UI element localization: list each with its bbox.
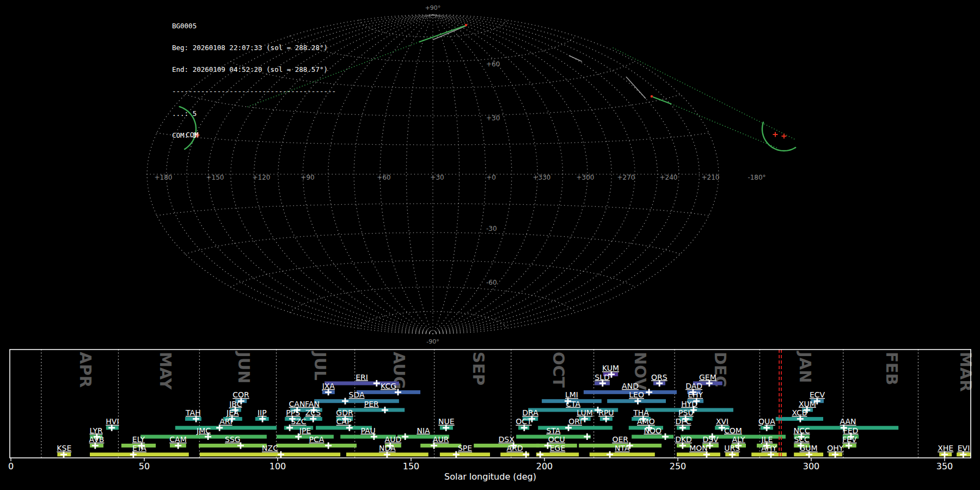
sky-longitude-label: +300 xyxy=(577,174,595,181)
shower-code-label: SSG xyxy=(225,435,241,444)
shower-code-label: KCG xyxy=(381,382,396,390)
shower-code-label: SDA xyxy=(349,390,365,399)
shower-code-label: ELY xyxy=(132,435,145,444)
shower-code-label: AUD xyxy=(385,435,402,444)
shower-peak-marker xyxy=(537,451,543,458)
shower-code-label: EGE xyxy=(550,444,566,452)
radiant-circle xyxy=(762,122,795,151)
sky-latitude-label: -30 xyxy=(486,225,497,232)
x-tick-label: 200 xyxy=(536,461,553,471)
timeline-frame xyxy=(10,350,971,458)
shower-bar xyxy=(314,399,399,403)
sky-longitude-label: +150 xyxy=(206,174,224,181)
sky-pole-label: +90° xyxy=(425,4,441,11)
shower-peak-marker xyxy=(584,433,590,440)
shower-peak-marker xyxy=(607,451,613,458)
x-tick-label: 50 xyxy=(139,461,150,471)
sky-pole-label: -90° xyxy=(426,338,439,345)
shower-code-label: COM xyxy=(724,426,742,435)
sky-grid-parallel xyxy=(231,261,635,287)
separator-line: ---------------------------------------- xyxy=(172,88,336,95)
sky-longitude-label: +0 xyxy=(486,174,496,181)
sky-grid-parallel xyxy=(185,232,680,254)
x-tick-label: 150 xyxy=(403,461,420,471)
session-begin: Beg: 20260108 22:07:33 (sol = 288.28°) xyxy=(172,44,336,51)
ecliptic-dotted-line xyxy=(613,48,796,140)
shower-code-label: JPE xyxy=(299,426,311,435)
sky-longitude-label: -180° xyxy=(748,174,765,181)
sky-longitude-label: +90 xyxy=(301,174,314,181)
radiant-cross xyxy=(773,132,778,137)
x-tick-label: 350 xyxy=(936,461,953,471)
shower-peak-marker xyxy=(402,433,408,440)
shower-peak-marker xyxy=(523,451,529,458)
x-axis-title: Solar longitude (deg) xyxy=(444,471,536,482)
shower-code-label: STA xyxy=(546,426,560,435)
station-id: BG0005 xyxy=(172,22,336,29)
shower-code-label: XHE xyxy=(938,444,953,452)
month-label: APR xyxy=(76,352,95,388)
meteor-trail xyxy=(626,77,646,99)
shower-code-label: FAN xyxy=(305,400,320,408)
x-tick-label: 250 xyxy=(670,461,687,471)
session-info-panel: BG0005 Beg: 20260108 22:07:33 (sol = 288… xyxy=(172,8,336,154)
meteor-trail xyxy=(569,56,582,62)
sky-longitude-label: +270 xyxy=(617,174,635,181)
meteor-trail xyxy=(433,26,467,40)
count-com: COM: 3 xyxy=(172,132,336,139)
shower-bar xyxy=(140,435,267,439)
meteor-trail-matched xyxy=(653,97,671,104)
shower-code-label: KUM xyxy=(602,364,619,372)
shower-peak-marker xyxy=(325,442,332,449)
month-label: JAN xyxy=(796,351,814,383)
shower-bar xyxy=(199,444,267,448)
shower-code-label: PCA xyxy=(309,435,324,444)
shower-code-label: DAD xyxy=(685,382,702,390)
shower-code-label: LEO xyxy=(629,390,644,399)
shower-code-label: LMI xyxy=(565,390,578,399)
shower-peak-marker xyxy=(382,407,388,413)
sky-latitude-label: -60 xyxy=(486,279,497,286)
shower-code-label: NZC xyxy=(262,444,278,452)
sky-longitude-label: +60 xyxy=(377,174,390,181)
radiant-dot xyxy=(651,95,653,98)
shower-code-label: THA xyxy=(633,408,649,417)
activity-timeline-chart: APRMAYJUNJULAUGSEPOCTNOVDECJANFEBMARKSEE… xyxy=(8,350,975,482)
sky-latitude-label: +60 xyxy=(486,60,500,68)
x-tick-label: 300 xyxy=(803,461,820,471)
count-unassigned: ...: 5 xyxy=(172,110,336,117)
shower-code-label: ERI xyxy=(356,373,368,382)
sky-longitude-label: +330 xyxy=(533,174,551,181)
sky-longitude-label: +210 xyxy=(702,174,720,181)
shower-peak-marker xyxy=(373,380,380,387)
shower-code-label: SPE xyxy=(458,444,472,452)
meteor-trail-matched xyxy=(419,26,465,42)
shower-bar xyxy=(277,435,334,439)
month-label: SEP xyxy=(469,352,488,385)
shower-code-label: AAN xyxy=(840,417,856,426)
shower-code-label: DRA xyxy=(522,408,538,417)
shower-bar xyxy=(90,452,189,456)
month-label: JUL xyxy=(311,351,329,381)
shower-code-label: PER xyxy=(364,400,379,408)
shower-bar xyxy=(677,452,720,456)
shower-peak-marker xyxy=(662,433,669,440)
shower-code-label: OER xyxy=(612,435,628,444)
shower-peak-marker xyxy=(278,451,284,458)
shower-code-label: NIA xyxy=(416,426,430,435)
sky-longitude-label: +120 xyxy=(253,174,271,181)
shower-code-label: DSX xyxy=(499,435,515,444)
sky-longitude-label: +30 xyxy=(430,174,444,181)
shower-code-label: AND xyxy=(622,382,639,390)
shower-code-label: AUR xyxy=(433,435,449,444)
shower-code-label: GEM xyxy=(699,373,716,382)
shower-code-label: MON xyxy=(689,444,708,452)
shower-code-label: ORI xyxy=(568,417,582,426)
month-label: MAY xyxy=(156,352,175,390)
x-tick-label: 100 xyxy=(270,461,286,471)
month-label: FEB xyxy=(883,352,901,385)
x-tick-label: 0 xyxy=(8,461,14,471)
shower-bar xyxy=(420,444,461,448)
radiant-dot xyxy=(465,24,468,27)
ecliptic-dotted-line xyxy=(671,104,777,148)
